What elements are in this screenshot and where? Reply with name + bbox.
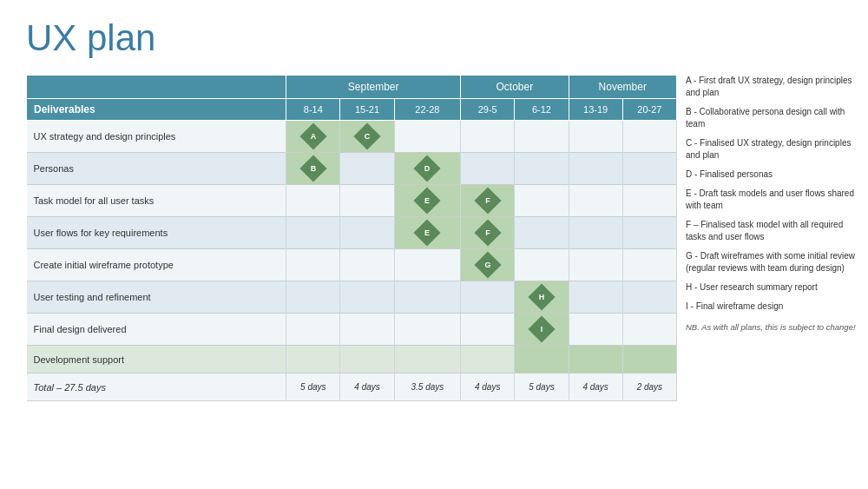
week-cell: A (286, 121, 340, 153)
week-cell (394, 314, 460, 346)
table-row: PersonasBD (27, 153, 677, 185)
week-cell (515, 249, 569, 281)
legend-item: C - Finalised UX strategy, design princi… (686, 137, 859, 162)
week-header-2: 22-28 (394, 99, 460, 121)
total-label: Total – 27.5 days (27, 373, 286, 401)
week-cell: D (394, 153, 460, 185)
week-cell (515, 217, 569, 249)
table-row: User flows for key requirementsEF (27, 217, 677, 249)
week-cell (461, 121, 515, 153)
table-row: UX strategy and design principlesAC (27, 121, 677, 153)
header-october: October (461, 76, 569, 99)
week-cell (622, 121, 676, 153)
week-cell: C (340, 121, 394, 153)
week-cell (394, 121, 460, 153)
week-cell (622, 346, 676, 373)
week-header-3: 29-5 (461, 99, 515, 121)
week-cell (461, 153, 515, 185)
week-cell (461, 281, 515, 314)
week-cell (622, 281, 676, 314)
week-cell (394, 249, 460, 281)
legend-item: G - Draft wireframes with some initial r… (686, 250, 859, 274)
legend-item: I - Final wireframe design (686, 301, 859, 313)
week-header-0: 8-14 (286, 99, 340, 121)
gantt-table: September October November Deliverables … (26, 75, 677, 401)
week-cell (340, 185, 394, 217)
week-cell (340, 217, 394, 249)
legend-item: A - First draft UX strategy, design prin… (686, 75, 859, 99)
week-cell (286, 249, 340, 281)
month-header-row: September October November (27, 76, 677, 99)
week-cell: H (515, 281, 569, 314)
header-september: September (286, 76, 461, 99)
week-cell (569, 121, 622, 153)
week-cell: E (394, 217, 460, 249)
deliverable-name: Task model for all user tasks (27, 185, 286, 217)
week-cell (394, 346, 460, 373)
legend-item: D - Finalised personas (686, 169, 859, 181)
table-row: Development support (27, 346, 677, 373)
week-cell: F (461, 185, 515, 217)
total-days-cell: 4 days (340, 373, 394, 401)
total-days-cell: 4 days (569, 373, 622, 401)
deliverable-name: User flows for key requirements (27, 217, 286, 249)
week-cell: F (461, 217, 515, 249)
gantt-table-area: September October November Deliverables … (26, 75, 677, 480)
week-cell (340, 153, 394, 185)
week-cell (569, 217, 622, 249)
week-cell (515, 346, 569, 373)
table-row: Task model for all user tasksEF (27, 185, 677, 217)
legend-item: F – Finalised task model with all requir… (686, 219, 859, 243)
week-cell: G (461, 249, 515, 281)
deliverable-name: Create initial wireframe prototype (27, 249, 286, 281)
table-row: Create initial wireframe prototypeG (27, 249, 677, 281)
week-cell (515, 121, 569, 153)
week-cell (569, 185, 622, 217)
table-row: Final design deliveredI (27, 314, 677, 346)
week-cell (340, 346, 394, 373)
deliverable-name: Development support (27, 346, 286, 373)
legend-note: NB. As with all plans, this is subject t… (686, 321, 859, 333)
week-cell (340, 314, 394, 346)
week-cell (286, 314, 340, 346)
week-cell (622, 314, 676, 346)
week-cell (569, 314, 622, 346)
week-header-6: 20-27 (622, 99, 676, 121)
week-header-1: 15-21 (340, 99, 394, 121)
week-cell (622, 185, 676, 217)
week-cell (569, 249, 622, 281)
deliverables-header: Deliverables (27, 99, 286, 121)
total-days-cell: 2 days (622, 373, 676, 401)
week-cell (515, 185, 569, 217)
table-row: User testing and refinementH (27, 281, 677, 314)
legend-item: B - Collaborative persona design call wi… (686, 106, 859, 130)
week-header-row: Deliverables 8-14 15-21 22-28 29-5 6-12 … (27, 99, 677, 121)
page: UX plan September October November Deliv… (0, 0, 868, 489)
total-row: Total – 27.5 days5 days4 days3.5 days4 d… (27, 373, 677, 401)
week-header-4: 6-12 (515, 99, 569, 121)
total-days-cell: 4 days (461, 373, 515, 401)
week-cell: B (286, 153, 340, 185)
week-cell (461, 346, 515, 373)
content-area: September October November Deliverables … (26, 75, 859, 480)
week-cell (622, 153, 676, 185)
week-cell (286, 217, 340, 249)
week-cell (340, 281, 394, 314)
week-cell (340, 249, 394, 281)
week-cell: E (394, 185, 460, 217)
week-cell (286, 281, 340, 314)
week-cell (515, 153, 569, 185)
week-cell (569, 346, 622, 373)
page-title: UX plan (26, 17, 859, 59)
deliverable-name: User testing and refinement (27, 281, 286, 314)
header-november: November (569, 76, 676, 99)
week-cell (394, 281, 460, 314)
week-cell (286, 185, 340, 217)
deliverable-name: Final design delivered (27, 314, 286, 346)
week-cell (622, 249, 676, 281)
week-cell (569, 153, 622, 185)
legend-item: H - User research summary report (686, 281, 859, 294)
week-cell (622, 217, 676, 249)
deliverable-name: UX strategy and design principles (27, 121, 286, 153)
week-cell (461, 314, 515, 346)
